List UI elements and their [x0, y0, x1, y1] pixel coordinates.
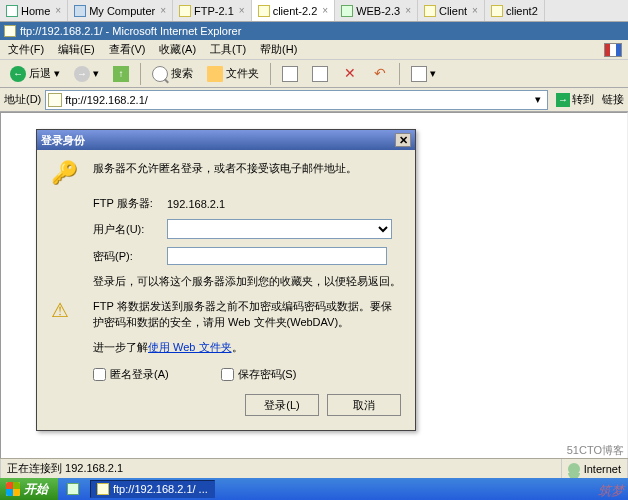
undo-button[interactable]: ↶ — [366, 62, 394, 86]
close-icon[interactable]: × — [405, 5, 411, 16]
delete-button[interactable]: ✕ — [336, 62, 364, 86]
taskbar-ftp-window[interactable]: ftp://192.168.2.1/ ... — [90, 480, 215, 498]
dialog-title: 登录身份 — [41, 133, 85, 148]
anonymous-checkbox[interactable] — [93, 368, 106, 381]
vm-icon — [491, 5, 503, 17]
dialog-close-button[interactable]: ✕ — [395, 133, 411, 147]
home-icon — [6, 5, 18, 17]
menu-help[interactable]: 帮助(H) — [254, 40, 303, 59]
address-bar: 地址(D) ▾ 转到 链接 — [0, 88, 628, 112]
views-button[interactable]: ▾ — [405, 62, 442, 86]
quicklaunch-ie[interactable] — [60, 480, 86, 498]
webdav-link-row: 进一步了解使用 Web 文件夹。 — [51, 339, 401, 356]
username-label: 用户名(U): — [93, 222, 167, 237]
computer-icon — [74, 5, 86, 17]
delete-icon: ✕ — [342, 66, 358, 82]
savepwd-checkbox-label[interactable]: 保存密码(S) — [221, 367, 297, 382]
views-icon — [411, 66, 427, 82]
window-titlebar: ftp://192.168.2.1/ - Microsoft Internet … — [0, 22, 628, 40]
go-icon — [556, 93, 570, 107]
up-icon — [113, 66, 129, 82]
tab-client[interactable]: Client× — [418, 0, 485, 21]
close-icon[interactable]: × — [322, 5, 328, 16]
folder-icon — [207, 66, 223, 82]
windows-logo-icon — [6, 482, 20, 496]
close-icon[interactable]: × — [239, 5, 245, 16]
status-right: Internet — [562, 459, 628, 478]
vm-tabs: Home× My Computer× FTP-2.1× client-2.2× … — [0, 0, 628, 22]
ie-icon — [67, 483, 79, 495]
corner-watermark: 筑梦 — [598, 482, 624, 500]
up-button[interactable] — [107, 62, 135, 86]
info-text-1: 登录后，可以将这个服务器添加到您的收藏夹，以便轻易返回。 — [51, 273, 401, 290]
go-button[interactable]: 转到 — [552, 90, 598, 109]
separator — [140, 63, 141, 85]
close-icon[interactable]: × — [160, 5, 166, 16]
tab-web23[interactable]: WEB-2.3× — [335, 0, 418, 21]
back-button[interactable]: 后退 ▾ — [4, 62, 66, 86]
folder-icon — [48, 93, 62, 107]
address-label: 地址(D) — [4, 92, 41, 107]
password-input[interactable] — [167, 247, 387, 265]
internet-zone-icon — [568, 463, 580, 475]
webdav-link[interactable]: 使用 Web 文件夹 — [148, 341, 232, 353]
login-button[interactable]: 登录(L) — [245, 394, 319, 416]
dialog-titlebar[interactable]: 登录身份 ✕ — [37, 130, 415, 150]
search-button[interactable]: 搜索 — [146, 62, 199, 86]
close-icon[interactable]: × — [55, 5, 61, 16]
menu-edit[interactable]: 编辑(E) — [52, 40, 101, 59]
status-left: 正在连接到 192.168.2.1 — [0, 459, 562, 478]
vm-icon — [258, 5, 270, 17]
address-dropdown-icon[interactable]: ▾ — [531, 93, 545, 106]
moveto-icon — [282, 66, 298, 82]
toolbar: 后退 ▾ ▾ 搜索 文件夹 ✕ ↶ ▾ — [0, 60, 628, 88]
windows-flag-icon — [604, 43, 622, 57]
back-icon — [10, 66, 26, 82]
address-input-wrap[interactable]: ▾ — [45, 90, 548, 110]
info-text-2: FTP 将数据发送到服务器之前不加密或编码密码或数据。要保护密码和数据的安全，请… — [93, 298, 401, 331]
close-icon[interactable]: × — [472, 5, 478, 16]
start-button[interactable]: 开始 — [0, 478, 58, 500]
tab-mycomputer[interactable]: My Computer× — [68, 0, 173, 21]
warning-icon — [51, 298, 83, 322]
savepwd-checkbox[interactable] — [221, 368, 234, 381]
login-dialog: 登录身份 ✕ 服务器不允许匿名登录，或者不接受该电子邮件地址。 FTP 服务器:… — [36, 129, 416, 431]
links-label[interactable]: 链接 — [602, 92, 624, 107]
search-icon — [152, 66, 168, 82]
vm-icon — [341, 5, 353, 17]
server-value: 192.168.2.1 — [167, 198, 225, 210]
menu-view[interactable]: 查看(V) — [103, 40, 152, 59]
menu-file[interactable]: 文件(F) — [2, 40, 50, 59]
username-input[interactable] — [167, 219, 392, 239]
copy-button[interactable] — [306, 62, 334, 86]
cancel-button[interactable]: 取消 — [327, 394, 401, 416]
vm-icon — [424, 5, 436, 17]
watermark-text: 51CTO博客 — [567, 443, 624, 458]
address-input[interactable] — [65, 94, 531, 106]
separator — [270, 63, 271, 85]
window-title: ftp://192.168.2.1/ - Microsoft Internet … — [20, 25, 241, 37]
forward-button[interactable]: ▾ — [68, 62, 105, 86]
folders-button[interactable]: 文件夹 — [201, 62, 265, 86]
forward-icon — [74, 66, 90, 82]
dialog-message: 服务器不允许匿名登录，或者不接受该电子邮件地址。 — [93, 160, 401, 177]
server-label: FTP 服务器: — [93, 196, 167, 211]
tab-ftp21[interactable]: FTP-2.1× — [173, 0, 252, 21]
menu-bar: 文件(F) 编辑(E) 查看(V) 收藏(A) 工具(T) 帮助(H) — [0, 40, 628, 60]
menu-favorites[interactable]: 收藏(A) — [153, 40, 202, 59]
password-label: 密码(P): — [93, 249, 167, 264]
key-icon — [51, 160, 83, 186]
content-area: 登录身份 ✕ 服务器不允许匿名登录，或者不接受该电子邮件地址。 FTP 服务器:… — [0, 112, 628, 478]
status-bar: 正在连接到 192.168.2.1 Internet — [0, 458, 628, 478]
tab-home[interactable]: Home× — [0, 0, 68, 21]
ie-icon — [4, 25, 16, 37]
menu-tools[interactable]: 工具(T) — [204, 40, 252, 59]
copyto-icon — [312, 66, 328, 82]
tab-client22[interactable]: client-2.2× — [252, 0, 335, 21]
move-button[interactable] — [276, 62, 304, 86]
taskbar: 开始 ftp://192.168.2.1/ ... — [0, 478, 628, 500]
tab-client2[interactable]: client2 — [485, 0, 545, 21]
undo-icon: ↶ — [372, 66, 388, 82]
folder-icon — [97, 483, 109, 495]
anonymous-checkbox-label[interactable]: 匿名登录(A) — [93, 367, 169, 382]
